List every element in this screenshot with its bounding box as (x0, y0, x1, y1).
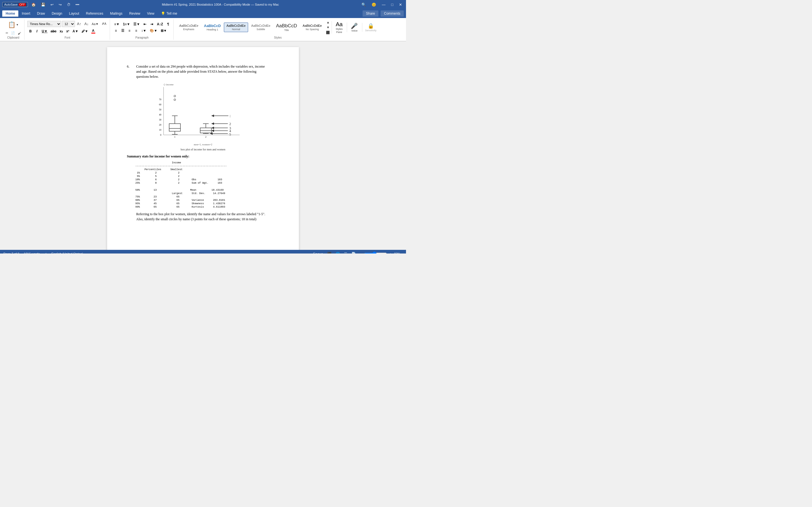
svg-text:60: 60 (159, 103, 161, 106)
tab-tell-me[interactable]: 💡 Tell me (158, 10, 181, 17)
history-button[interactable]: ⏱ (65, 2, 72, 7)
style-heading1[interactable]: AaBbCcD Heading 1 (201, 22, 223, 33)
bullets-button[interactable]: ≡▼ (113, 21, 121, 27)
svg-rect-13 (169, 124, 181, 131)
justify-button[interactable]: ≡ (133, 28, 139, 34)
superscript-button[interactable]: x² (64, 29, 71, 34)
svg-text:40: 40 (159, 114, 161, 116)
search-button[interactable]: 🔍 (360, 2, 368, 7)
bold-button[interactable]: B (28, 29, 34, 34)
sensitivity-icon: 🔒 (368, 23, 374, 29)
increase-indent-button[interactable]: ⇥ (149, 21, 155, 27)
sort-button[interactable]: A↕Z (155, 21, 164, 27)
lightbulb-icon: 💡 (161, 11, 165, 15)
paragraph-group: ≡▼ 1≡▼ ☰▼ ⇤ ⇥ A↕Z ¶ ≡ ☰ ≡ ≡ ↕▼ 🎨▼ ⊞▼ (110, 19, 174, 40)
borders-button[interactable]: ⊞▼ (159, 28, 168, 34)
save-button[interactable]: 💾 (39, 2, 47, 7)
svg-text:20: 20 (159, 124, 161, 126)
shading-button[interactable]: 🎨▼ (148, 28, 159, 34)
undo-button[interactable]: ↩ (49, 2, 55, 7)
paste-dropdown-icon[interactable]: ▼ (16, 23, 18, 26)
clear-format-button[interactable]: ✗A (101, 21, 107, 26)
highlight-button[interactable]: 🖊▼ (80, 29, 90, 34)
question-part-text: Referring to the box plot for women, ide… (136, 212, 266, 222)
zoom-slider[interactable] (364, 251, 387, 253)
font-size-select[interactable]: 12 (62, 21, 75, 27)
print-layout-button[interactable]: ⬛ (326, 251, 333, 254)
paste-icon: 📋 (8, 21, 15, 29)
line-spacing-button[interactable]: ↕▼ (140, 28, 148, 34)
chart-container: ◇ income 0 10 20 30 40 50 60 70 (127, 81, 279, 152)
minimize-button[interactable]: — (380, 2, 387, 7)
close-button[interactable]: ✕ (397, 2, 404, 7)
web-layout-button[interactable]: 🌐 (334, 251, 342, 254)
svg-point-18 (174, 95, 175, 97)
tab-view[interactable]: View (144, 10, 158, 17)
account-button[interactable]: 😊 (370, 2, 378, 7)
subscript-button[interactable]: x₂ (58, 29, 64, 34)
font-color-button[interactable]: A (90, 29, 97, 34)
styles-scroll-down[interactable]: ▼ (325, 25, 331, 30)
share-button[interactable]: Share (363, 10, 378, 17)
underline-button[interactable]: U▼ (40, 29, 49, 34)
style-normal[interactable]: AaBbCcDdEe Normal (224, 22, 248, 32)
styles-pane-icon: Aa (336, 21, 343, 27)
chart-caption: box plot of income for men and women (127, 147, 279, 152)
spell-check-icon[interactable]: ✓ (44, 252, 47, 254)
tab-insert[interactable]: Insert (18, 10, 34, 17)
draft-view-button[interactable]: 📄 (350, 251, 357, 254)
ribbon-tabs: Home Insert Draw Design Layout Reference… (0, 9, 406, 18)
decrease-indent-button[interactable]: ⇤ (142, 21, 148, 27)
format-painter-button[interactable]: 🖌 (17, 31, 22, 36)
outline-view-button[interactable]: ☰ (343, 251, 349, 254)
align-left-button[interactable]: ≡ (113, 28, 119, 34)
style-emphasis[interactable]: AaBbCcDdEe Emphasis (176, 22, 201, 32)
svg-text:2: 2 (229, 122, 231, 126)
svg-text:30: 30 (159, 119, 161, 121)
style-subtitle[interactable]: AaBbCcDdEe Subtitle (249, 22, 273, 32)
cut-button[interactable]: ✂ (4, 31, 9, 36)
svg-text:50: 50 (159, 108, 161, 111)
tab-references[interactable]: References (83, 10, 107, 17)
align-center-button[interactable]: ☰ (119, 28, 126, 34)
multilevel-list-button[interactable]: ☰▼ (132, 21, 141, 27)
italic-button[interactable]: I (34, 29, 40, 34)
tab-home[interactable]: Home (2, 10, 18, 17)
shrink-font-button[interactable]: A↓ (83, 21, 90, 26)
copy-button[interactable]: 📄 (10, 31, 16, 36)
strikethrough-button[interactable]: abc (49, 29, 58, 34)
tab-layout[interactable]: Layout (66, 10, 83, 17)
styles-expand[interactable]: ⬛ (325, 30, 331, 35)
home-icon[interactable]: 🏠 (30, 2, 38, 7)
svg-text:70: 70 (159, 98, 161, 101)
zoom-out-button[interactable]: − (358, 251, 363, 254)
language-indicator[interactable]: English (United States) (51, 252, 83, 253)
zoom-in-button[interactable]: + (388, 251, 393, 254)
autosave-label: AutoSave (4, 3, 18, 6)
grow-font-button[interactable]: A↑ (76, 21, 82, 26)
paste-button[interactable]: 📋 ▼ (6, 19, 20, 31)
styles-scroll-up[interactable]: ▲ (325, 20, 331, 24)
style-no-spacing[interactable]: AaBbCcDdEe No Spacing (300, 22, 324, 32)
show-formatting-button[interactable]: ¶ (165, 21, 171, 27)
autosave-state[interactable]: OFF (18, 3, 26, 6)
sensitivity-label: Sensitivity (365, 29, 377, 32)
tab-mailings[interactable]: Mailings (107, 10, 126, 17)
page-indicator: Page 7 of 8 (3, 252, 19, 253)
question-number: 6. (127, 64, 135, 69)
font-family-select[interactable]: Times New Ro... (28, 21, 61, 27)
more-button[interactable]: ••• (74, 2, 81, 7)
maximize-button[interactable]: □ (389, 2, 395, 7)
style-title[interactable]: AaBbCcD Title (273, 22, 300, 33)
redo-button[interactable]: ↪ (57, 2, 63, 7)
align-right-button[interactable]: ≡ (126, 28, 133, 34)
numbering-button[interactable]: 1≡▼ (121, 21, 132, 27)
tab-review[interactable]: Review (126, 10, 144, 17)
question-text: Consider a set of data on 294 people wit… (136, 64, 266, 79)
change-case-button[interactable]: Aa▼ (91, 22, 100, 26)
comments-button[interactable]: Comments (380, 10, 404, 17)
focus-button[interactable]: Focus (312, 251, 324, 254)
tab-draw[interactable]: Draw (34, 10, 48, 17)
tab-design[interactable]: Design (48, 10, 65, 17)
text-effects-button[interactable]: A▼ (71, 29, 80, 34)
